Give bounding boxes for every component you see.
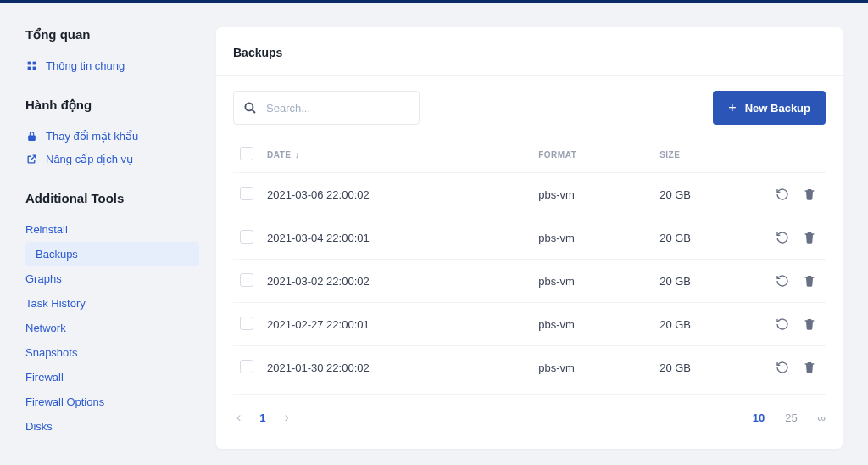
cell-size: 20 GB — [653, 216, 758, 260]
page-title: Backups — [216, 27, 843, 76]
row-checkbox[interactable] — [240, 317, 253, 330]
sort-desc-icon: ↓ — [294, 149, 299, 160]
row-checkbox[interactable] — [240, 360, 253, 373]
restore-icon[interactable] — [773, 185, 792, 204]
main-area: Backups + New Backup — [216, 3, 868, 465]
restore-icon[interactable] — [773, 228, 792, 247]
sidebar-item-change-password[interactable]: Thay đổi mật khẩu — [25, 125, 216, 148]
restore-icon[interactable] — [773, 315, 792, 333]
row-checkbox[interactable] — [240, 230, 253, 244]
plus-icon: + — [728, 100, 736, 115]
cell-date: 2021-03-04 22:00:01 — [260, 216, 531, 260]
col-header-date[interactable]: DATE↓ — [260, 137, 531, 173]
lock-icon — [25, 131, 37, 143]
cell-date: 2021-01-30 22:00:02 — [260, 346, 531, 389]
sidebar-item-network[interactable]: Network — [25, 316, 216, 340]
row-checkbox[interactable] — [240, 187, 253, 200]
backups-table: DATE↓ FORMAT SIZE 2021-03-06 22:00:02pbs… — [233, 137, 826, 389]
sidebar-item-label: Nâng cấp dịch vụ — [46, 153, 133, 165]
trash-icon[interactable] — [800, 272, 819, 290]
sidebar-section-actions: Hành động — [25, 98, 216, 113]
table-row: 2021-03-04 22:00:01pbs-vm20 GB — [233, 216, 826, 260]
sidebar-item-upgrade[interactable]: Nâng cấp dịch vụ — [25, 148, 216, 171]
search-input[interactable] — [266, 102, 410, 115]
dashboard-icon — [25, 60, 37, 72]
cell-size: 20 GB — [653, 346, 758, 389]
cell-date: 2021-02-27 22:00:01 — [260, 303, 531, 346]
cell-format: pbs-vm — [531, 346, 653, 389]
sidebar-item-snapshots[interactable]: Snapshots — [25, 340, 216, 365]
search-input-wrap[interactable] — [233, 91, 420, 125]
sidebar-section-overview: Tổng quan — [25, 27, 216, 42]
per-page-all[interactable]: ∞ — [818, 412, 826, 424]
trash-icon[interactable] — [800, 315, 819, 333]
sidebar-item-reinstall[interactable]: Reinstall — [25, 217, 216, 242]
external-link-icon — [25, 154, 37, 165]
col-header-format: FORMAT — [531, 137, 653, 173]
restore-icon[interactable] — [773, 272, 792, 290]
cell-format: pbs-vm — [531, 260, 653, 303]
svg-rect-0 — [27, 62, 31, 65]
sidebar-item-firewall-options[interactable]: Firewall Options — [25, 389, 216, 414]
per-page-10[interactable]: 10 — [753, 412, 765, 424]
cell-size: 20 GB — [653, 173, 758, 216]
trash-icon[interactable] — [800, 185, 819, 204]
backups-card: Backups + New Backup — [216, 27, 843, 449]
pagination: ‹ 1 › 10 25 ∞ — [233, 394, 826, 444]
per-page-25[interactable]: 25 — [785, 412, 797, 424]
svg-rect-2 — [27, 67, 31, 70]
cell-size: 20 GB — [653, 303, 758, 346]
button-label: New Backup — [745, 102, 810, 115]
select-all-checkbox[interactable] — [240, 147, 253, 160]
cell-format: pbs-vm — [531, 216, 653, 260]
table-row: 2021-01-30 22:00:02pbs-vm20 GB — [233, 346, 826, 389]
page-prev[interactable]: ‹ — [233, 410, 244, 425]
cell-date: 2021-03-02 22:00:02 — [260, 260, 531, 303]
sidebar-item-label: Thay đổi mật khẩu — [46, 130, 138, 143]
table-row: 2021-03-02 22:00:02pbs-vm20 GB — [233, 260, 826, 303]
sidebar-item-task-history[interactable]: Task History — [25, 291, 216, 316]
restore-icon[interactable] — [773, 358, 792, 377]
svg-rect-1 — [32, 62, 36, 65]
cell-size: 20 GB — [653, 260, 758, 303]
sidebar-item-label: Thông tin chung — [46, 59, 125, 72]
sidebar: Tổng quan Thông tin chung Hành động Thay… — [0, 3, 216, 465]
table-row: 2021-02-27 22:00:01pbs-vm20 GB — [233, 303, 826, 346]
cell-format: pbs-vm — [531, 173, 653, 216]
search-icon — [242, 99, 258, 116]
sidebar-item-graphs[interactable]: Graphs — [25, 266, 216, 291]
sidebar-item-firewall[interactable]: Firewall — [25, 365, 216, 389]
page-number[interactable]: 1 — [259, 412, 265, 424]
cell-format: pbs-vm — [531, 303, 653, 346]
page-next[interactable]: › — [281, 410, 292, 425]
new-backup-button[interactable]: + New Backup — [713, 91, 826, 125]
svg-point-4 — [245, 103, 253, 110]
trash-icon[interactable] — [800, 228, 819, 247]
sidebar-section-tools: Additional Tools — [25, 191, 216, 205]
row-checkbox[interactable] — [240, 273, 253, 287]
cell-date: 2021-03-06 22:00:02 — [260, 173, 531, 216]
sidebar-item-general-info[interactable]: Thông tin chung — [25, 54, 216, 77]
svg-rect-3 — [32, 67, 36, 70]
sidebar-item-disks[interactable]: Disks — [25, 414, 216, 439]
trash-icon[interactable] — [800, 358, 819, 377]
table-row: 2021-03-06 22:00:02pbs-vm20 GB — [233, 173, 826, 216]
col-header-size: SIZE — [653, 137, 758, 173]
sidebar-item-backups[interactable]: Backups — [25, 242, 199, 266]
